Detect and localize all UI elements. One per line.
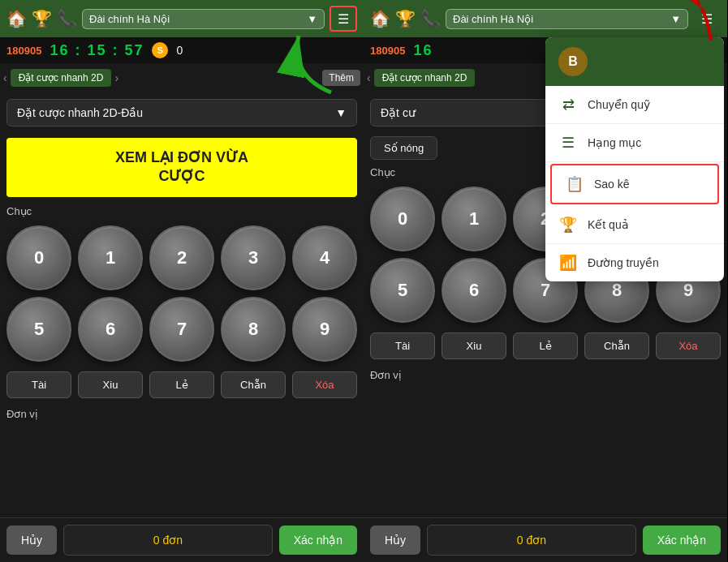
don-count-right: 0 đơn bbox=[427, 525, 636, 556]
right-phone-screen: 🏠 🏆 📞 Đài chính Hà Nội ▼ ☰ 180905 16 ‹ Đ… bbox=[364, 0, 727, 562]
menu-header: B bbox=[545, 37, 724, 86]
menu-item-sao-ke[interactable]: 📋 Sao kê bbox=[550, 164, 719, 204]
green-arrow-annotation bbox=[274, 28, 339, 101]
list-icon: ☰ bbox=[558, 134, 578, 152]
num-btn-3-left[interactable]: 3 bbox=[221, 225, 286, 290]
xiu-btn-left[interactable]: Xiu bbox=[78, 371, 143, 398]
annotation-box-left: XEM LẠI ĐƠN VỪA CƯỢC bbox=[6, 138, 357, 197]
tai-btn-left[interactable]: Tài bbox=[6, 371, 71, 398]
timer-right: 16 bbox=[413, 42, 433, 59]
confirm-btn-left[interactable]: Xác nhận bbox=[279, 526, 357, 555]
ticket-id-right: 180905 bbox=[370, 45, 405, 57]
red-arrow-annotation bbox=[670, 0, 719, 45]
menu-item-label-ket-qua: Kết quả bbox=[588, 218, 629, 231]
station-name-right: Đài chính Hà Nội bbox=[453, 13, 533, 25]
confirm-btn-right[interactable]: Xác nhận bbox=[643, 526, 721, 555]
le-btn-left[interactable]: Lẻ bbox=[149, 371, 214, 398]
xoa-btn-right[interactable]: Xóa bbox=[656, 332, 721, 359]
chan-btn-right[interactable]: Chẵn bbox=[584, 332, 649, 359]
le-btn-right[interactable]: Lẻ bbox=[513, 332, 578, 359]
home-icon-left[interactable]: 🏠 bbox=[6, 9, 27, 28]
timer-left: 16 : 15 : 57 bbox=[50, 42, 144, 59]
ticket-id-left: 180905 bbox=[6, 45, 41, 57]
tab-arrow-left[interactable]: ‹ bbox=[3, 71, 7, 84]
home-icon-right[interactable]: 🏠 bbox=[370, 9, 390, 28]
numpad-left: 0 1 2 3 4 5 6 7 8 9 bbox=[0, 221, 364, 367]
bet-type-select-left[interactable]: Đặt cược nhanh 2D-Đầu ▼ bbox=[6, 99, 357, 127]
xiu-btn-right[interactable]: Xiu bbox=[442, 332, 506, 359]
station-dropdown-left[interactable]: Đài chính Hà Nội ▼ bbox=[82, 9, 325, 29]
phone-icon-right[interactable]: 📞 bbox=[420, 9, 441, 28]
menu-item-label-chuyen-quy: Chuyển quỹ bbox=[588, 98, 650, 111]
special-btns-right: Tài Xiu Lẻ Chẵn Xóa bbox=[364, 328, 727, 364]
bottom-bar-right: Hủy 0 đơn Xác nhận bbox=[364, 517, 727, 562]
menu-icon-left: ☰ bbox=[338, 11, 349, 27]
avatar-circle: B bbox=[558, 47, 588, 76]
chan-btn-left[interactable]: Chẵn bbox=[221, 371, 286, 398]
bet-type-arrow-left: ▼ bbox=[335, 106, 347, 119]
statement-icon: 📋 bbox=[565, 175, 584, 193]
num-btn-7-left[interactable]: 7 bbox=[149, 297, 214, 362]
menu-item-label-duong-truyen: Đường truyền bbox=[588, 256, 659, 269]
don-count-left: 0 đơn bbox=[63, 525, 273, 556]
menu-item-label-sao-ke: Sao kê bbox=[594, 178, 630, 191]
menu-item-hang-muc[interactable]: ☰ Hạng mục bbox=[545, 124, 724, 162]
chuc-label-left: Chục bbox=[0, 202, 364, 221]
dropdown-menu: B ⇄ Chuyển quỹ ☰ Hạng mục 📋 Sao kê 🏆 Kết… bbox=[545, 37, 724, 281]
num-btn-2-left[interactable]: 2 bbox=[149, 225, 214, 290]
num-btn-6-right[interactable]: 6 bbox=[442, 258, 506, 323]
phone-icon-left[interactable]: 📞 bbox=[57, 9, 77, 28]
cancel-btn-right[interactable]: Hủy bbox=[370, 526, 420, 555]
left-phone-screen: 🏠 🏆 📞 Đài chính Hà Nội ▼ ☰ 180905 16 : 1… bbox=[0, 0, 364, 562]
transfer-icon: ⇄ bbox=[558, 96, 578, 114]
menu-item-duong-truyen[interactable]: 📶 Đường truyền bbox=[545, 244, 724, 281]
num-btn-1-left[interactable]: 1 bbox=[78, 225, 143, 290]
num-btn-5-right[interactable]: 5 bbox=[370, 258, 435, 323]
num-btn-8-left[interactable]: 8 bbox=[221, 297, 286, 362]
signal-icon: 📶 bbox=[558, 254, 578, 272]
bet-type-label-left: Đặt cược nhanh 2D-Đầu bbox=[17, 106, 143, 119]
annotation-text-left: XEM LẠI ĐƠN VỪA CƯỢC bbox=[17, 148, 347, 187]
tab-item-1-left[interactable]: Đặt cược nhanh 2D bbox=[11, 69, 112, 87]
num-btn-9-left[interactable]: 9 bbox=[292, 297, 357, 362]
xoa-btn-left[interactable]: Xóa bbox=[292, 371, 357, 398]
tab-arrow-right[interactable]: › bbox=[114, 71, 118, 84]
num-btn-6-left[interactable]: 6 bbox=[78, 297, 143, 362]
tab-arrow-left-right[interactable]: ‹ bbox=[367, 71, 371, 84]
special-btns-left: Tài Xiu Lẻ Chẵn Xóa bbox=[0, 367, 364, 403]
num-btn-0-left[interactable]: 0 bbox=[6, 225, 71, 290]
coin-icon-left: S bbox=[152, 42, 168, 58]
result-icon: 🏆 bbox=[558, 216, 578, 234]
bottom-bar-left: Hủy 0 đơn Xác nhận bbox=[0, 517, 364, 562]
hot-number-btn[interactable]: Số nóng bbox=[370, 136, 437, 160]
dropdown-arrow-left: ▼ bbox=[307, 13, 317, 25]
balance-left: 0 bbox=[176, 44, 183, 57]
trophy-icon-left[interactable]: 🏆 bbox=[32, 9, 52, 28]
tab-item-1-right[interactable]: Đặt cược nhanh 2D bbox=[374, 69, 476, 87]
bet-type-label-right: Đặt cư bbox=[381, 106, 416, 119]
num-btn-1-right[interactable]: 1 bbox=[442, 187, 506, 251]
num-btn-5-left[interactable]: 5 bbox=[6, 297, 71, 362]
cancel-btn-left[interactable]: Hủy bbox=[6, 526, 57, 555]
don-vi-label-left: Đơn vị bbox=[0, 403, 364, 425]
don-vi-label-right: Đơn vị bbox=[364, 364, 727, 386]
menu-item-label-hang-muc: Hạng mục bbox=[588, 136, 641, 149]
station-name-left: Đài chính Hà Nội bbox=[89, 13, 170, 25]
num-btn-0-right[interactable]: 0 bbox=[370, 187, 435, 251]
menu-item-ket-qua[interactable]: 🏆 Kết quả bbox=[545, 206, 724, 244]
tai-btn-right[interactable]: Tài bbox=[370, 332, 435, 359]
trophy-icon-right[interactable]: 🏆 bbox=[395, 9, 416, 28]
station-dropdown-right[interactable]: Đài chính Hà Nội ▼ bbox=[446, 9, 688, 29]
menu-item-chuyen-quy[interactable]: ⇄ Chuyển quỹ bbox=[545, 86, 724, 124]
num-btn-4-left[interactable]: 4 bbox=[292, 225, 357, 290]
